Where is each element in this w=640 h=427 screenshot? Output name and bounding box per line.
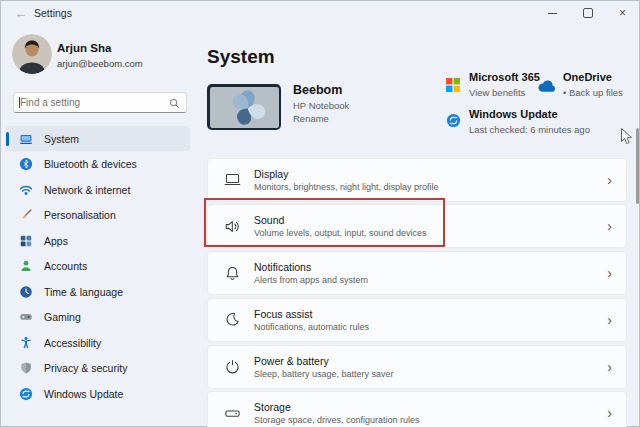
sidebar-item-label: Network & internet [44, 184, 130, 196]
profile-name: Arjun Sha [57, 42, 111, 54]
mouse-cursor-icon [620, 127, 633, 146]
shield-icon [19, 361, 33, 375]
chevron-right-icon: › [607, 173, 612, 187]
minimize-icon [548, 13, 557, 14]
sound-icon [224, 218, 241, 235]
microsoft365-title[interactable]: Microsoft 365 [469, 71, 540, 83]
sidebar-item-label: Accessibility [44, 337, 101, 349]
onedrive-cloud-icon [537, 79, 557, 93]
row-title: Sound [254, 214, 427, 226]
titlebar: ← Settings × [0, 0, 640, 27]
sidebar-item-privacy-security[interactable]: Privacy & security [6, 356, 190, 381]
row-title: Power & battery [254, 355, 394, 367]
rename-link[interactable]: Rename [293, 113, 329, 124]
row-subtitle: Notifications, automatic rules [254, 322, 369, 332]
avatar[interactable] [12, 34, 52, 74]
settings-row-focus-assist[interactable]: Focus assist Notifications, automatic ru… [207, 298, 627, 342]
window-controls: × [535, 0, 640, 26]
system-icon [19, 132, 33, 146]
settings-row-power-battery[interactable]: Power & battery Sleep, battery usage, ba… [207, 345, 627, 389]
windows-update-icon [19, 387, 33, 401]
minimize-button[interactable] [535, 0, 570, 26]
settings-row-notifications[interactable]: Notifications Alerts from apps and syste… [207, 251, 627, 295]
display-icon [224, 171, 241, 188]
sidebar-item-personalisation[interactable]: Personalisation [6, 203, 190, 228]
storage-drive-icon [224, 405, 241, 422]
windows-update-status-icon [446, 113, 461, 128]
sidebar-item-time-language[interactable]: Time & language [6, 279, 190, 304]
settings-list: Display Monitors, brightness, night ligh… [207, 158, 627, 427]
bluetooth-icon [19, 157, 33, 171]
page-title: System [207, 46, 275, 68]
row-title: Notifications [254, 261, 368, 273]
row-subtitle: Storage space, drives, configuration rul… [254, 415, 420, 425]
chevron-right-icon: › [607, 313, 612, 327]
windows-update-subtitle: Last checked: 6 minutes ago [469, 124, 590, 135]
settings-row-display[interactable]: Display Monitors, brightness, night ligh… [207, 158, 627, 202]
sidebar-item-label: Privacy & security [44, 362, 127, 374]
sidebar-item-label: Gaming [44, 311, 81, 323]
chevron-right-icon: › [607, 406, 612, 420]
row-title: Display [254, 168, 439, 180]
search-icon [169, 98, 180, 109]
sidebar-item-apps[interactable]: Apps [6, 228, 190, 253]
chevron-right-icon: › [607, 360, 612, 374]
settings-row-sound[interactable]: Sound Volume levels, output, input, soun… [207, 204, 627, 248]
clock-icon [19, 285, 33, 299]
maximize-button[interactable] [570, 0, 605, 26]
onedrive-subtitle[interactable]: • Back up files [563, 87, 623, 98]
sidebar-item-label: Accounts [44, 260, 87, 272]
device-name: Beebom [293, 83, 342, 97]
sidebar-item-windows-update[interactable]: Windows Update [6, 381, 190, 406]
sidebar-item-label: Windows Update [44, 388, 123, 400]
accessibility-icon [19, 336, 33, 350]
search-input[interactable] [20, 94, 168, 111]
settings-window: { "colors": { "accent": "#0067c4", "anno… [0, 0, 640, 427]
close-button[interactable]: × [605, 0, 640, 26]
avatar-photo [12, 34, 52, 74]
sidebar-item-bluetooth-devices[interactable]: Bluetooth & devices [6, 152, 190, 177]
onedrive-title[interactable]: OneDrive [563, 71, 612, 83]
sidebar-item-label: System [44, 133, 79, 145]
sidebar-item-label: Apps [44, 235, 68, 247]
row-subtitle: Monitors, brightness, night light, displ… [254, 182, 439, 192]
sidebar-item-accounts[interactable]: Accounts [6, 254, 190, 279]
sidebar-item-label: Time & language [44, 286, 123, 298]
scrollbar-thumb[interactable] [636, 128, 639, 204]
onedrive-subtitle-text: Back up files [569, 87, 623, 98]
bullet-icon: • [563, 87, 566, 98]
sidebar-item-accessibility[interactable]: Accessibility [6, 330, 190, 355]
chevron-right-icon: › [607, 266, 612, 280]
windows-update-title[interactable]: Windows Update [469, 108, 558, 120]
selected-accent-bar [6, 132, 9, 146]
microsoft365-subtitle[interactable]: View benefits [469, 87, 525, 98]
device-thumbnail [207, 84, 281, 130]
paintbrush-icon [19, 208, 33, 222]
chevron-right-icon: › [607, 219, 612, 233]
settings-row-storage[interactable]: Storage Storage space, drives, configura… [207, 391, 627, 427]
row-subtitle: Volume levels, output, input, sound devi… [254, 228, 427, 238]
wifi-icon [19, 183, 33, 197]
sidebar-item-network-internet[interactable]: Network & internet [6, 177, 190, 202]
power-icon [224, 358, 241, 375]
sidebar-item-label: Personalisation [44, 209, 116, 221]
row-title: Focus assist [254, 308, 369, 320]
moon-icon [224, 311, 241, 328]
bell-icon [224, 265, 241, 282]
device-wallpaper [210, 87, 279, 128]
sidebar-item-label: Bluetooth & devices [44, 158, 137, 170]
microsoft-logo-icon [446, 78, 460, 92]
person-icon [19, 259, 33, 273]
device-model: HP Notebook [293, 100, 349, 111]
maximize-icon [583, 8, 593, 18]
sidebar-item-gaming[interactable]: Gaming [6, 305, 190, 330]
sidebar-nav: System Bluetooth & devices Network & int… [6, 126, 190, 407]
apps-grid-icon [19, 234, 33, 248]
profile-email: arjun@beebom.com [57, 58, 143, 69]
row-title: Storage [254, 401, 420, 413]
search-box[interactable] [13, 92, 187, 113]
window-title: Settings [34, 7, 72, 19]
sidebar-item-system[interactable]: System [6, 126, 190, 151]
row-subtitle: Sleep, battery usage, battery saver [254, 369, 394, 379]
back-arrow-icon[interactable]: ← [10, 4, 32, 22]
